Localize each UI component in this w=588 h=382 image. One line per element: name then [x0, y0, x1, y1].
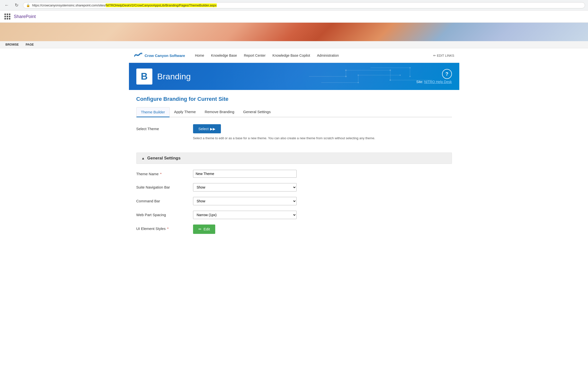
site-navigation: Crow Canyon Software Home Knowledge Base…: [129, 48, 459, 63]
tab-general-settings[interactable]: General Settings: [239, 107, 275, 117]
command-bar-control: Show Hide: [193, 197, 296, 205]
suite-nav-bar-label: Suite Navigation Bar: [136, 183, 186, 189]
web-part-spacing-control: Narrow (1px) Normal (5px) Wide (10px): [193, 211, 296, 219]
nav-knowledge-base-copilot[interactable]: Knowledge Base Copilot: [273, 54, 310, 58]
branding-title: Branding: [157, 72, 191, 81]
edit-icon: ✏: [433, 54, 436, 58]
svg-point-17: [409, 67, 411, 68]
branding-icon-box: B: [136, 68, 152, 84]
tab-remove-branding[interactable]: Remove Branding: [200, 107, 239, 117]
web-part-spacing-label: Web Part Spacing: [136, 211, 186, 217]
branding-site-link: Site: NITRO Help Desk: [416, 80, 452, 84]
select-theme-right: Select ▶▶ Select a theme to edit or as a…: [193, 124, 452, 141]
tabs-container: Theme Builder Apply Theme Remove Brandin…: [136, 107, 452, 117]
branding-header-content: B Branding: [136, 68, 191, 84]
edit-pencil-icon: ✏: [198, 227, 202, 231]
command-bar-row: Command Bar Show Hide: [136, 197, 452, 205]
collapse-arrow-icon: ▲: [142, 156, 145, 160]
suite-nav-bar-control: Show Hide: [193, 183, 296, 191]
tab-theme-builder[interactable]: Theme Builder: [136, 107, 170, 117]
branding-header: B Branding ? Site: NITRO Help Desk: [129, 63, 459, 90]
select-theme-label: Select Theme: [136, 124, 186, 131]
svg-point-18: [409, 76, 411, 77]
site-link[interactable]: NITRO Help Desk: [424, 80, 452, 84]
back-button[interactable]: ←: [3, 2, 10, 8]
url-display: https://crowcanyonsystemsinc.sharepoint.…: [32, 3, 217, 7]
select-help-text: Select a theme to edit or as a base for …: [193, 136, 452, 141]
branding-help-section: ? Site: NITRO Help Desk: [416, 69, 452, 84]
select-theme-button[interactable]: Select ▶▶: [193, 124, 221, 133]
configure-title: Configure Branding for Current Site: [136, 96, 452, 102]
url-base: https://crowcanyonsystemsinc.sharepoint.…: [32, 3, 106, 7]
browser-chrome: ← ↻ 🔒 https://crowcanyonsystemsinc.share…: [0, 0, 588, 11]
tab-apply-theme[interactable]: Apply Theme: [170, 107, 200, 117]
theme-name-control: [193, 170, 296, 178]
general-settings-title: General Settings: [147, 156, 180, 161]
theme-name-label: Theme Name *: [136, 170, 186, 176]
required-marker: *: [160, 172, 162, 176]
theme-name-row: Theme Name *: [136, 170, 452, 178]
suite-nav-bar-row: Suite Navigation Bar Show Hide: [136, 183, 452, 191]
crow-canyon-logo-icon: [134, 52, 143, 59]
refresh-button[interactable]: ↻: [13, 2, 20, 8]
svg-point-7: [390, 69, 391, 71]
svg-point-8: [390, 79, 391, 81]
ribbon-browse[interactable]: BROWSE: [4, 42, 20, 47]
page-content: Configure Branding for Current Site Them…: [129, 90, 459, 245]
nav-administration[interactable]: Administration: [317, 54, 339, 58]
svg-point-13: [357, 75, 359, 76]
svg-point-6: [345, 69, 347, 71]
general-settings-section-header[interactable]: ▲ General Settings: [136, 153, 452, 164]
svg-point-14: [399, 75, 401, 76]
nav-knowledge-base[interactable]: Knowledge Base: [211, 54, 237, 58]
sharepoint-topbar: SharePoint: [0, 11, 588, 23]
svg-point-5: [345, 76, 347, 77]
theme-name-input[interactable]: [193, 170, 296, 178]
svg-point-12: [357, 82, 359, 83]
site-nav-links: Home Knowledge Base Report Center Knowle…: [195, 54, 433, 58]
lock-icon: 🔒: [26, 3, 30, 7]
ribbon-page[interactable]: PAGE: [24, 42, 35, 47]
header-banner-image: [0, 23, 588, 41]
web-part-spacing-select[interactable]: Narrow (1px) Normal (5px) Wide (10px): [193, 211, 296, 219]
waffle-menu[interactable]: [3, 13, 11, 20]
sharepoint-logo: SharePoint: [14, 14, 36, 19]
help-button[interactable]: ?: [442, 69, 452, 79]
url-highlighted: NITROHelpDeskV2/CrowCanyonAppsLib/Brandi…: [106, 3, 216, 7]
site-logo[interactable]: Crow Canyon Software: [134, 52, 185, 59]
main-wrapper: Crow Canyon Software Home Knowledge Base…: [129, 48, 459, 245]
ui-required-marker: *: [167, 226, 169, 231]
edit-links[interactable]: ✏ EDIT LINKS: [433, 54, 454, 58]
web-part-spacing-row: Web Part Spacing Narrow (1px) Normal (5p…: [136, 211, 452, 219]
edit-button-label: Edit: [204, 227, 210, 231]
address-bar[interactable]: 🔒 https://crowcanyonsystemsinc.sharepoin…: [23, 2, 585, 8]
sp-ribbon: BROWSE PAGE: [0, 41, 588, 48]
nav-home[interactable]: Home: [195, 54, 204, 58]
ui-element-styles-label: UI Element Styles *: [136, 224, 186, 231]
command-bar-label: Command Bar: [136, 197, 186, 203]
select-arrows-icon: ▶▶: [210, 127, 215, 131]
ui-element-styles-row: UI Element Styles * ✏ Edit: [136, 224, 452, 234]
ui-element-styles-control: ✏ Edit: [193, 224, 296, 234]
command-bar-select[interactable]: Show Hide: [193, 197, 296, 205]
site-logo-text: Crow Canyon Software: [145, 54, 185, 58]
select-theme-section: Select Theme Select ▶▶ Select a theme to…: [136, 124, 452, 146]
nav-report-center[interactable]: Report Center: [244, 54, 266, 58]
suite-nav-bar-select[interactable]: Show Hide: [193, 183, 296, 191]
ui-element-edit-button[interactable]: ✏ Edit: [193, 224, 215, 234]
select-button-label: Select: [198, 127, 209, 131]
